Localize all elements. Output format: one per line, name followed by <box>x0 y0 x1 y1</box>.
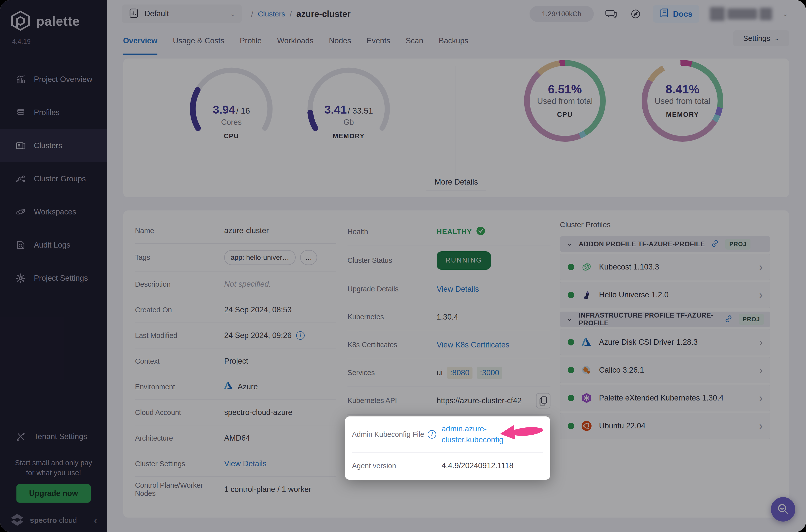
agent-version-label: Agent version <box>352 462 396 470</box>
info-icon[interactable]: i <box>428 430 436 439</box>
admin-kubeconfig-label: Admin Kubeconfig File <box>352 430 424 439</box>
admin-kubeconfig-download-link[interactable]: admin.azure- cluster.kubeconfig <box>442 423 503 445</box>
agent-version-value: 4.4.9/20240912.1118 <box>442 461 513 470</box>
app-window: palette 4.4.19 Project Overview <box>0 0 806 532</box>
kubeconfig-spotlight-card: Admin Kubeconfig File i admin.azure- clu… <box>345 416 550 480</box>
agent-version-row: Agent version 4.4.9/20240912.1118 <box>352 453 543 479</box>
